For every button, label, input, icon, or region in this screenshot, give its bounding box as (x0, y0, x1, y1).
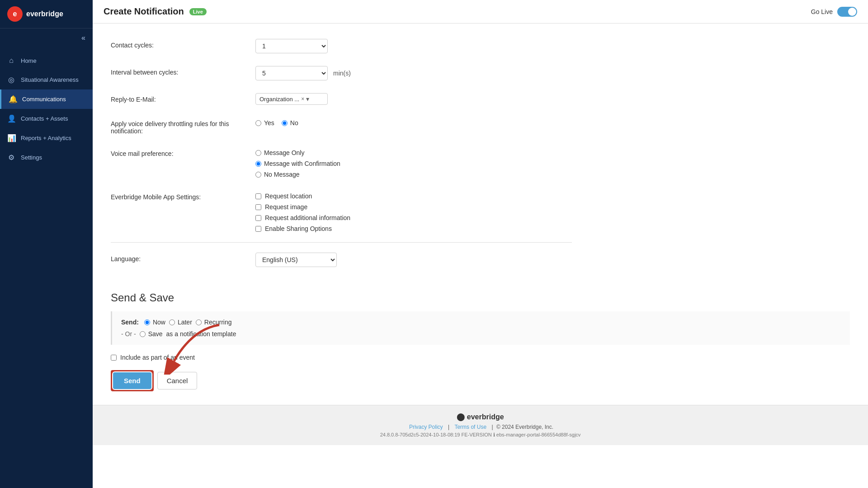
mobile-enable-sharing-label: Enable Sharing Options (265, 225, 332, 232)
send-label: Send: (121, 319, 139, 326)
sidebar-item-reports-analytics[interactable]: 📊 Reports + Analytics (0, 128, 93, 148)
mobile-settings-checkbox-stack: Request location Request image Request a… (255, 191, 572, 232)
go-live-toggle[interactable] (837, 7, 857, 17)
mobile-request-image-checkbox[interactable] (255, 204, 261, 210)
sidebar-item-contacts-assets[interactable]: 👤 Contacts + Assets (0, 109, 93, 128)
reply-email-control: Organization ... × ▾ (255, 93, 572, 105)
mobile-request-additional-option[interactable]: Request additional information (255, 214, 572, 221)
sidebar-item-label: Home (21, 57, 37, 64)
throttle-yes-option[interactable]: Yes (255, 119, 274, 127)
send-now-option[interactable]: Now (144, 319, 165, 326)
situational-awareness-icon: ◎ (7, 75, 15, 84)
include-event-checkbox[interactable] (111, 355, 117, 361)
send-button[interactable]: Send (113, 372, 151, 389)
mobile-settings-control: Request location Request image Request a… (255, 191, 572, 232)
reply-email-label: Reply-to E-Mail: (111, 93, 255, 103)
interval-control: 5 10 15 min(s) (255, 66, 572, 80)
sidebar-item-communications[interactable]: 🔔 Communications (0, 89, 93, 109)
mobile-request-additional-checkbox[interactable] (255, 215, 261, 221)
voicemail-control: Message Only Message with Confirmation N… (255, 147, 572, 178)
send-recurring-radio[interactable] (196, 319, 202, 325)
privacy-policy-link[interactable]: Privacy Policy (409, 424, 443, 430)
voicemail-message-only-radio[interactable] (255, 150, 261, 156)
send-later-option[interactable]: Later (169, 319, 192, 326)
footer-separator-2: | (491, 424, 493, 430)
sidebar-item-label: Situational Awareness (21, 76, 79, 83)
or-save-row: - Or - Save as a notification template (121, 330, 841, 338)
footer: ⬤ everbridge Privacy Policy | Terms of U… (93, 405, 868, 445)
sidebar-item-settings[interactable]: ⚙ Settings (0, 148, 93, 167)
content-area: Contact cycles: 1 2 3 Interval between c… (93, 23, 868, 488)
sidebar-item-home[interactable]: ⌂ Home (0, 51, 93, 70)
footer-logo-icon: ⬤ (457, 413, 465, 421)
cancel-button[interactable]: Cancel (157, 372, 198, 389)
footer-copyright: © 2024 Everbridge, Inc. (496, 424, 553, 430)
language-select[interactable]: English (US) Spanish French (255, 253, 337, 267)
interval-row: Interval between cycles: 5 10 15 min(s) (111, 60, 572, 87)
mobile-request-location-option[interactable]: Request location (255, 192, 572, 200)
go-live-label: Go Live (811, 8, 833, 15)
sidebar-item-situational-awareness[interactable]: ◎ Situational Awareness (0, 70, 93, 89)
sidebar-item-label: Settings (21, 154, 42, 161)
voicemail-no-message-radio[interactable] (255, 172, 261, 178)
throttle-yes-label: Yes (264, 119, 274, 127)
reply-email-tag-remove[interactable]: × (301, 96, 304, 102)
logo-icon: e (7, 6, 23, 22)
footer-info-icon[interactable]: ℹ (493, 432, 495, 437)
mobile-settings-row: Everbridge Mobile App Settings: Request … (111, 184, 572, 239)
send-recurring-option[interactable]: Recurring (196, 319, 232, 326)
throttle-no-option[interactable]: No (282, 119, 298, 127)
voicemail-radio-stack: Message Only Message with Confirmation N… (255, 147, 572, 178)
throttle-label: Apply voice delivery throttling rules fo… (111, 117, 255, 135)
mobile-request-image-label: Request image (265, 203, 307, 211)
voicemail-message-only-option[interactable]: Message Only (255, 149, 572, 156)
header-left: Create Notification Live (104, 6, 207, 17)
mobile-enable-sharing-checkbox[interactable] (255, 226, 261, 232)
contact-cycles-label: Contact cycles: (111, 39, 255, 49)
throttle-no-label: No (290, 119, 298, 127)
save-label: Save (148, 330, 163, 338)
voicemail-message-confirmation-radio[interactable] (255, 161, 261, 167)
main-content: Create Notification Live Go Live Contact… (93, 0, 868, 488)
header-right: Go Live (811, 7, 857, 17)
mobile-request-image-option[interactable]: Request image (255, 203, 572, 211)
voicemail-row: Voice mail preference: Message Only Mess… (111, 141, 572, 184)
contact-cycles-select[interactable]: 1 2 3 (255, 39, 328, 53)
language-control: English (US) Spanish French (255, 253, 572, 267)
save-option[interactable]: Save (140, 330, 163, 338)
sidebar-logo: e everbridge (0, 0, 93, 28)
interval-select[interactable]: 5 10 15 (255, 66, 328, 80)
or-text: - Or - (121, 330, 136, 338)
voicemail-message-confirmation-option[interactable]: Message with Confirmation (255, 160, 572, 167)
send-later-radio[interactable] (169, 319, 175, 325)
reply-email-tag: Organization ... × (259, 96, 304, 103)
throttle-row: Apply voice delivery throttling rules fo… (111, 111, 572, 141)
sidebar-collapse-button[interactable]: « (0, 28, 93, 47)
mobile-request-location-checkbox[interactable] (255, 193, 261, 199)
send-now-radio[interactable] (144, 319, 150, 325)
language-label: Language: (111, 253, 255, 263)
reply-email-tag-input[interactable]: Organization ... × ▾ (255, 93, 328, 105)
throttle-no-radio[interactable] (282, 120, 288, 126)
header: Create Notification Live Go Live (93, 0, 868, 23)
send-now-label: Now (153, 319, 165, 326)
throttle-yes-radio[interactable] (255, 120, 261, 126)
as-template-text: as a notification template (166, 330, 236, 338)
terms-of-use-link[interactable]: Terms of Use (454, 424, 486, 430)
send-save-title: Send & Save (111, 291, 850, 304)
send-row: Send: Now Later Recurring (121, 319, 841, 326)
reply-email-row: Reply-to E-Mail: Organization ... × ▾ (111, 87, 572, 111)
reply-email-dropdown-icon[interactable]: ▾ (306, 95, 309, 103)
include-event-label: Include as part of an event (120, 354, 195, 361)
settings-icon: ⚙ (7, 153, 15, 162)
voicemail-no-message-option[interactable]: No Message (255, 171, 572, 178)
save-radio[interactable] (140, 331, 146, 337)
mobile-enable-sharing-option[interactable]: Enable Sharing Options (255, 225, 572, 232)
include-event-row: Include as part of an event (111, 354, 850, 361)
send-save-section: Send & Save Send: Now Later Recurr (93, 282, 868, 405)
reports-analytics-icon: 📊 (7, 134, 15, 142)
footer-version: 24.8.0.8-705d2c5-2024-10-18-08:19 FE-VER… (100, 432, 861, 438)
voicemail-no-message-label: No Message (264, 171, 300, 178)
footer-logo-text: everbridge (467, 413, 504, 421)
interval-label: Interval between cycles: (111, 66, 255, 76)
